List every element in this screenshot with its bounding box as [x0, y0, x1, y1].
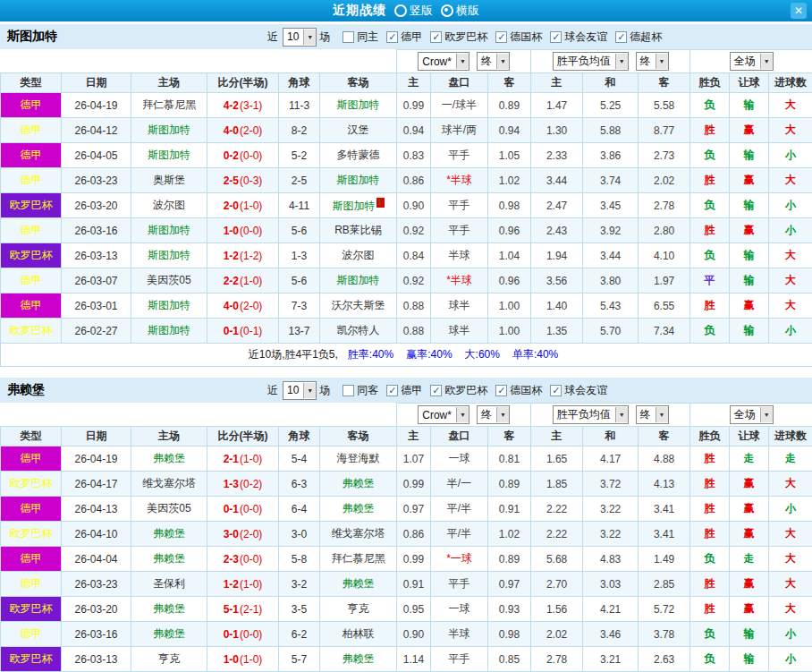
filter-checkbox[interactable]: 同主 — [343, 30, 378, 45]
league-cell: 欧罗巴杯 — [1, 243, 62, 268]
filter-checkbox[interactable]: ✓欧罗巴杯 — [430, 30, 487, 45]
odds-stage-select[interactable]: 终▼ — [636, 52, 669, 71]
handicap-cell: 球半/两 — [431, 118, 488, 143]
asian-home-odds-cell: 0.94 — [397, 118, 431, 143]
handicap-cell: *半球 — [431, 268, 488, 293]
table-header-row: 类型日期主场比分(半场)角球客场主盘口客主和客胜负让球进球数 — [1, 427, 812, 447]
match-row: 德甲26-03-16斯图加特1-0(0-0)5-6RB莱比锡0.92平手0.96… — [1, 218, 812, 243]
away-team-cell: 亨克 — [320, 597, 397, 622]
goals-result-cell: 大 — [769, 572, 812, 597]
goals-result-cell: 小 — [769, 143, 812, 168]
home-team-cell: 美因茨05 — [131, 497, 207, 522]
euro-away-odds-cell: 2.80 — [639, 218, 690, 243]
asian-home-odds-cell: 0.86 — [397, 168, 431, 193]
odds-average-select[interactable]: 胜平负均值▼ — [553, 52, 629, 71]
handicap-cell: 球半 — [431, 293, 488, 319]
filter-checkbox[interactable]: ✓球会友谊 — [550, 30, 607, 45]
bookmaker-select[interactable]: Crow*▼ — [418, 52, 469, 71]
column-header: 进球数 — [769, 427, 812, 447]
home-team-cell: 维戈塞尔塔 — [131, 472, 207, 497]
euro-draw-odds-cell: 5.25 — [583, 93, 639, 118]
vertical-layout-radio-label[interactable]: 竖版 — [410, 3, 433, 19]
match-row: 德甲26-04-05斯图加特0-2(0-0)5-2多特蒙德0.83平手1.052… — [1, 143, 812, 168]
horizontal-layout-radio-label[interactable]: 横版 — [456, 3, 479, 19]
away-team-cell: 凯尔特人 — [320, 319, 397, 344]
euro-draw-odds-cell: 3.44 — [583, 243, 639, 268]
title-group: 近期战绩 竖版 横版 — [333, 3, 479, 19]
filter-checkbox[interactable]: ✓德甲 — [386, 30, 422, 45]
close-button[interactable]: ✕ — [791, 3, 807, 19]
filter-checkbox[interactable]: ✓德国杯 — [495, 30, 542, 45]
filter-checkbox[interactable]: ✓德国杯 — [495, 383, 542, 398]
filter-row-spacer — [1, 50, 397, 73]
dropdown-arrow-icon: ▼ — [496, 407, 509, 422]
asian-home-odds-cell: 0.99 — [397, 547, 431, 572]
asian-home-odds-cell: 0.86 — [397, 522, 431, 547]
team-name: 弗赖堡 — [0, 382, 265, 398]
date-cell: 26-03-13 — [62, 243, 131, 268]
filter-checkbox[interactable]: 同客 — [343, 383, 378, 398]
bookmaker-stage-select[interactable]: 终▼ — [477, 52, 510, 71]
handicap-result-cell: 赢 — [730, 597, 769, 622]
date-cell: 26-03-16 — [62, 218, 131, 243]
bookmaker-select[interactable]: Crow*▼ — [418, 405, 469, 424]
matches-table: Crow*▼终▼胜平负均值▼终▼全场▼类型日期主场比分(半场)角球客场主盘口客主… — [0, 403, 812, 672]
away-team-cell: 弗赖堡 — [320, 572, 397, 597]
checked-checkbox-icon: ✓ — [615, 31, 627, 43]
asian-away-odds-cell: 0.96 — [488, 218, 531, 243]
sections-container: 斯图加特近10▼场同主✓德甲✓欧罗巴杯✓德国杯✓球会友谊✓德超杯Crow*▼终▼… — [0, 24, 812, 672]
summary-text: 近10场,胜4平1负5, — [249, 348, 338, 361]
corners-cell: 1-3 — [279, 243, 320, 268]
home-team-cell: 弗赖堡 — [131, 622, 207, 647]
checked-checkbox-icon: ✓ — [386, 385, 398, 396]
corners-cell: 8-2 — [279, 118, 320, 143]
result-cell: 负 — [690, 193, 730, 218]
handicap-cell: 一球 — [431, 597, 488, 622]
match-row: 欧罗巴杯26-03-20弗赖堡5-1(2-1)3-5亨克0.95一球0.931.… — [1, 597, 812, 622]
euro-home-odds-cell: 2.70 — [531, 572, 583, 597]
goals-result-cell: 大 — [769, 472, 812, 497]
odds-stage-select[interactable]: 终▼ — [636, 405, 669, 424]
handicap-cell: 半球 — [431, 622, 488, 647]
asian-away-odds-cell: 0.94 — [488, 118, 531, 143]
scope-select[interactable]: 全场▼ — [730, 405, 774, 424]
filter-checkbox[interactable]: ✓欧罗巴杯 — [430, 383, 487, 398]
asian-away-odds-cell: 1.02 — [488, 522, 531, 547]
home-team-cell: 斯图加特 — [131, 218, 207, 243]
euro-home-odds-cell: 2.43 — [531, 218, 583, 243]
recent-count-select[interactable]: 10▼ — [283, 28, 317, 47]
asian-away-odds-cell: 0.98 — [488, 622, 531, 647]
team-name: 斯图加特 — [0, 29, 265, 45]
asian-home-odds-cell: 0.83 — [397, 143, 431, 168]
euro-home-odds-cell: 1.40 — [531, 293, 583, 319]
column-header: 比分(半场) — [207, 427, 279, 447]
odds-average-select[interactable]: 胜平负均值▼ — [553, 405, 629, 424]
column-header: 客场 — [320, 73, 397, 93]
euro-away-odds-cell: 5.72 — [639, 597, 690, 622]
column-header: 类型 — [1, 73, 62, 93]
bookmaker-stage-select[interactable]: 终▼ — [477, 405, 510, 424]
league-cell: 德甲 — [1, 447, 62, 472]
euro-away-odds-cell: 3.78 — [639, 622, 690, 647]
recent-count-select[interactable]: 10▼ — [283, 381, 317, 400]
scope-select[interactable]: 全场▼ — [730, 52, 774, 71]
filter-checkbox[interactable]: ✓德超杯 — [615, 30, 662, 45]
vertical-layout-radio-icon[interactable] — [394, 4, 407, 17]
summary-stat: 大:60% — [465, 348, 500, 361]
filter-checkbox[interactable]: ✓球会友谊 — [550, 383, 607, 398]
column-header: 主 — [531, 73, 583, 93]
date-cell: 26-03-20 — [62, 597, 131, 622]
goals-result-cell: 小 — [769, 622, 812, 647]
handicap-result-cell: 输 — [730, 268, 769, 293]
handicap-cell: 球半 — [431, 319, 488, 344]
euro-away-odds-cell: 2.73 — [639, 143, 690, 168]
asian-home-odds-cell: 1.07 — [397, 447, 431, 472]
column-header: 主场 — [131, 427, 207, 447]
filter-checkbox[interactable]: ✓德甲 — [386, 383, 422, 398]
horizontal-layout-radio-icon[interactable] — [441, 4, 453, 17]
euro-away-odds-cell: 2.02 — [639, 168, 690, 193]
asian-away-odds-cell: 0.89 — [488, 547, 531, 572]
handicap-result-cell: 赢 — [730, 522, 769, 547]
euro-home-odds-cell: 2.78 — [531, 647, 583, 672]
dropdown-arrow-icon: ▼ — [760, 407, 773, 422]
